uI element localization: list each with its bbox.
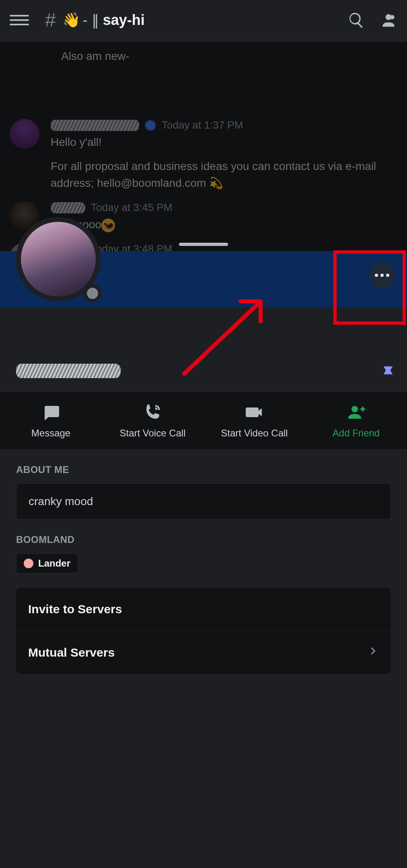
sheet-grabber[interactable] [179, 243, 228, 246]
role-chip[interactable]: Lander [16, 553, 78, 573]
channel-name[interactable]: - ‖ say-hi [83, 12, 145, 29]
server-roles-section: BOOMLAND Lander [0, 520, 407, 573]
hash-icon: # [45, 9, 56, 31]
video-icon [245, 403, 264, 422]
profile-avatar[interactable] [16, 217, 101, 301]
row-label: Mutual Servers [28, 646, 115, 659]
phone-icon [143, 403, 162, 422]
message-icon [41, 403, 61, 422]
invite-to-servers-row[interactable]: Invite to Servers [16, 588, 391, 631]
section-title: BOOMLAND [16, 534, 391, 545]
channel-header: # 👋 - ‖ say-hi [0, 0, 407, 40]
row-label: Invite to Servers [28, 602, 122, 616]
about-text: cranky mood [16, 483, 391, 520]
profile-links-list: Invite to Servers Mutual Servers [16, 588, 391, 674]
more-options-button[interactable] [369, 262, 395, 288]
profile-banner [0, 251, 407, 307]
section-title: ABOUT ME [16, 464, 391, 475]
action-label: Start Voice Call [119, 428, 185, 439]
add-friend-icon [347, 403, 366, 422]
profile-username-redacted [16, 364, 121, 378]
profile-actions: Message Start Voice Call Start Video Cal… [0, 392, 407, 450]
profile-sheet: Message Start Voice Call Start Video Cal… [0, 251, 407, 868]
action-label: Message [31, 428, 70, 439]
add-friend-action[interactable]: Add Friend [305, 392, 407, 449]
action-label: Start Video Call [221, 428, 288, 439]
mutual-servers-row[interactable]: Mutual Servers [16, 631, 391, 674]
channel-emoji: 👋 [62, 12, 80, 29]
search-icon[interactable] [347, 11, 365, 29]
hypesquad-badge-icon [381, 364, 395, 378]
message-action[interactable]: Message [0, 392, 102, 449]
role-name: Lander [38, 558, 70, 569]
video-call-action[interactable]: Start Video Call [204, 392, 305, 449]
voice-call-action[interactable]: Start Voice Call [102, 392, 204, 449]
status-offline-icon [84, 285, 101, 302]
chevron-right-icon [368, 645, 379, 659]
menu-button[interactable] [10, 10, 29, 30]
about-section: ABOUT ME cranky mood [0, 450, 407, 520]
action-label: Add Friend [333, 428, 380, 439]
members-icon[interactable] [380, 11, 397, 29]
role-color-dot-icon [24, 559, 33, 568]
